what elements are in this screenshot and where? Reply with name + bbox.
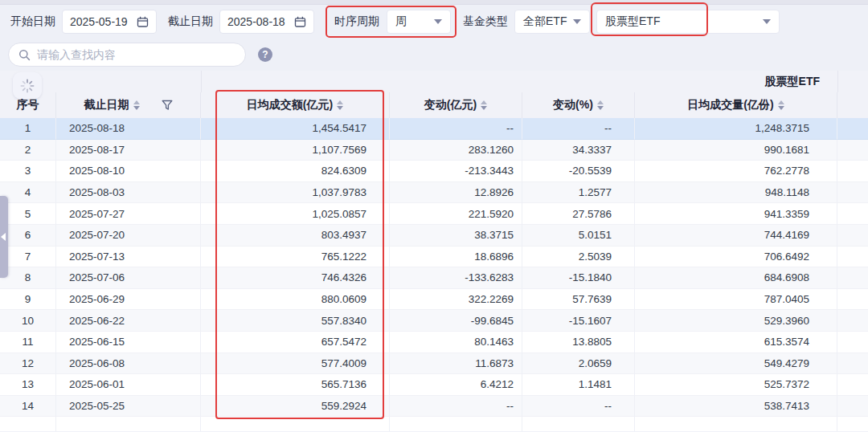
- cell-avg-amount: 803.4937: [201, 225, 390, 247]
- fund-type-value: 全部ETF: [523, 14, 567, 29]
- sort-arrows-icon[interactable]: [133, 100, 140, 110]
- cell-index: 13: [0, 374, 56, 396]
- table-row[interactable]: 102025-06-22557.8340-99.6845-15.1607529.…: [0, 310, 868, 332]
- cell-change: 221.5920: [390, 203, 522, 225]
- cell-change: 11.6873: [390, 353, 522, 375]
- cell-avg-amount: 1,107.7569: [201, 140, 390, 161]
- cell-avg-volume: 762.2778: [635, 161, 837, 182]
- cell-end-date: 2025-06-22: [56, 310, 201, 332]
- filter-bar: 开始日期 2025-05-19 截止日期 2025-08-18 时序周期 周 基…: [0, 5, 868, 39]
- table-row[interactable]: 122025-06-08577.400911.68732.0659549.427…: [0, 353, 868, 375]
- table-row[interactable]: 92025-06-29880.0609322.226957.7639787.04…: [0, 289, 868, 311]
- period-annotation-box: 时序周期 周: [326, 6, 457, 38]
- cell-avg-volume: 615.3574: [635, 332, 837, 353]
- sort-arrows-icon[interactable]: [481, 100, 487, 110]
- chevron-down-icon: [763, 19, 771, 24]
- cell-change: 6.4212: [390, 374, 522, 396]
- table-row[interactable]: 142025-05-25559.2924----538.7413: [0, 396, 868, 418]
- cell-index: 3: [0, 161, 56, 182]
- table-header: 序号 截止日期 日均成交额(亿元) 变动(亿元) 变动(%) 日均成交量(亿份): [0, 92, 868, 118]
- end-date-label: 截止日期: [168, 14, 213, 29]
- search-box[interactable]: [8, 43, 246, 67]
- cell-index: 10: [0, 310, 56, 332]
- table-row[interactable]: 52025-07-271,025.0857221.592027.5786941.…: [0, 203, 868, 225]
- cell-avg-volume: 787.0405: [635, 289, 837, 311]
- sort-arrows-icon[interactable]: [597, 100, 604, 110]
- cell-avg-amount: 746.4326: [201, 267, 390, 289]
- calendar-icon[interactable]: [137, 16, 149, 28]
- table-row[interactable]: 72025-07-13765.122218.68962.5039706.6492: [0, 247, 868, 268]
- cell-avg-amount: 1,037.9783: [201, 182, 390, 204]
- cell-avg-volume: 990.1681: [635, 140, 837, 161]
- cell-end-date: 2025-08-03: [56, 182, 201, 204]
- cell-change-pct: --: [522, 396, 635, 418]
- cell-change-pct: 1.2577: [522, 182, 635, 204]
- chevron-down-icon: [434, 19, 442, 24]
- col-header-end-date[interactable]: 截止日期: [56, 92, 201, 118]
- table-row[interactable]: 22025-08-171,107.7569283.126034.3337990.…: [0, 140, 868, 161]
- table-row[interactable]: 62025-07-20803.493738.37155.0151744.4169: [0, 225, 868, 247]
- sort-arrows-icon[interactable]: [337, 100, 343, 110]
- cell-end-date: 2025-07-20: [56, 225, 201, 247]
- cell-change: --: [390, 396, 522, 418]
- etf-category-select[interactable]: 股票型ETF: [596, 10, 780, 34]
- cell-change-pct: 27.5786: [522, 203, 635, 225]
- cell-avg-amount: 1,025.0857: [201, 203, 390, 225]
- table-area: 股票型ETF 序号 截止日期 日均成交额(亿元) 变动(亿元) 变动(%) 日均…: [0, 71, 868, 432]
- panel-collapse-handle[interactable]: [0, 196, 8, 278]
- sort-arrows-icon[interactable]: [778, 100, 784, 110]
- cell-end-date: 2025-06-15: [56, 332, 201, 353]
- cell-index: 14: [0, 396, 56, 418]
- table-row[interactable]: 12025-08-181,454.5417----1,248.3715: [0, 118, 868, 140]
- col-header-change[interactable]: 变动(亿元): [390, 92, 522, 118]
- col-header-avg-volume[interactable]: 日均成交量(亿份): [635, 92, 837, 118]
- table-row[interactable]: 32025-08-10824.6309-213.3443-20.5539762.…: [0, 161, 868, 182]
- table-row[interactable]: 42025-08-031,037.978312.89261.2577948.11…: [0, 182, 868, 204]
- fund-type-label: 基金类型: [463, 14, 508, 29]
- cell-empty: [837, 140, 868, 161]
- table-row[interactable]: 132025-06-01565.71366.42121.1481525.7372: [0, 374, 868, 396]
- fund-type-select[interactable]: 全部ETF: [514, 10, 590, 34]
- start-date-value: 2025-05-19: [70, 15, 128, 28]
- table-tail: [0, 417, 868, 431]
- cell-empty: [837, 203, 868, 225]
- col-header-empty: [837, 92, 868, 118]
- question-circle-icon[interactable]: ?: [258, 47, 272, 62]
- col-header-change-pct[interactable]: 变动(%): [522, 92, 635, 118]
- cell-change: -99.6845: [390, 310, 522, 332]
- cell-index: 11: [0, 332, 56, 353]
- cell-end-date: 2025-06-01: [56, 374, 201, 396]
- cell-avg-amount: 824.6309: [201, 161, 390, 182]
- loading-spinner-icon[interactable]: [13, 72, 42, 99]
- period-select[interactable]: 周: [387, 10, 451, 34]
- cell-change-pct: 13.8805: [522, 332, 635, 353]
- table-caption: 股票型ETF: [765, 75, 820, 89]
- table-row[interactable]: 112025-06-15657.547280.146313.8805615.35…: [0, 332, 868, 353]
- end-date-value: 2025-08-18: [227, 15, 285, 28]
- calendar-icon[interactable]: [294, 16, 306, 28]
- cell-avg-amount: 657.5472: [201, 332, 390, 353]
- cell-end-date: 2025-07-27: [56, 203, 201, 225]
- cell-change: 283.1260: [390, 140, 522, 161]
- start-date-label: 开始日期: [10, 14, 55, 29]
- cell-avg-volume: 941.3359: [635, 203, 837, 225]
- etf-category-value: 股票型ETF: [605, 14, 660, 29]
- cell-avg-volume: 549.4279: [635, 353, 837, 375]
- cell-index: 4: [0, 182, 56, 204]
- cell-empty: [837, 353, 868, 375]
- cell-index: 8: [0, 267, 56, 289]
- search-input[interactable]: [37, 48, 235, 61]
- end-date-input[interactable]: 2025-08-18: [219, 10, 314, 34]
- funnel-icon[interactable]: [162, 100, 173, 111]
- cell-change: 12.8926: [390, 182, 522, 204]
- cell-change-pct: 2.5039: [522, 247, 635, 268]
- col-header-avg-amount[interactable]: 日均成交额(亿元): [201, 92, 390, 118]
- magnifier-icon: [18, 49, 31, 61]
- start-date-input[interactable]: 2025-05-19: [62, 10, 157, 34]
- cell-empty: [837, 182, 868, 204]
- cell-change-pct: -15.1607: [522, 310, 635, 332]
- cell-end-date: 2025-08-18: [56, 118, 201, 140]
- cell-empty: [837, 267, 868, 289]
- table-row[interactable]: 82025-07-06746.4326-133.6283-15.1840684.…: [0, 267, 868, 289]
- cell-end-date: 2025-06-08: [56, 353, 201, 375]
